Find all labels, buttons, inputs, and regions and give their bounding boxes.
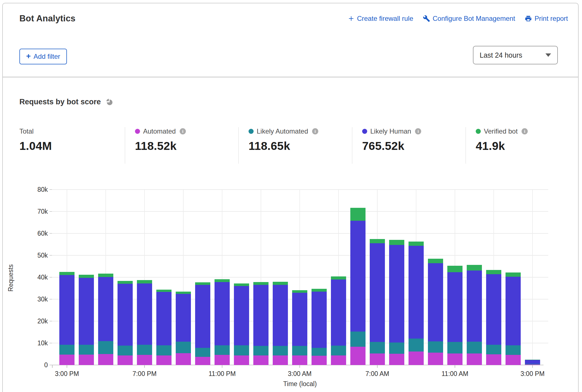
bar-segment-likely-automated [409,339,424,352]
bar-400pm[interactable] [79,275,94,365]
bar-segment-automated [195,357,210,365]
bar-segment-likely-automated [79,345,94,354]
configure-bot-management-label: Configure Bot Management [433,15,515,22]
bar-400am[interactable] [312,289,327,365]
bar-200am[interactable] [273,282,288,365]
bar-900pm[interactable] [176,292,191,365]
bar-segment-automated [292,355,307,365]
y-axis-tick [49,233,52,234]
bar-segment-likely-automated [195,348,210,357]
bar-segment-verified-bot [486,270,501,274]
y-axis-tick [49,255,52,256]
bar-200pm[interactable] [506,272,521,365]
bar-segment-verified-bot [137,280,152,283]
bar-300pm[interactable] [525,360,540,365]
stat-likely-automated-value: 118.65k [249,139,318,153]
bar-700am[interactable] [370,239,385,365]
bar-segment-automated [447,353,463,365]
info-icon[interactable]: i [415,128,421,134]
bar-segment-verified-bot [312,289,327,291]
bar-segment-likely-human [525,360,540,364]
x-axis-label: 7:00 AM [355,370,400,378]
h-gridline [52,255,548,256]
bar-segment-likely-human [79,278,94,345]
y-axis-label: 30k [25,296,48,303]
bar-500am[interactable] [331,276,346,365]
bar-segment-automated [273,355,288,365]
bar-700pm[interactable] [137,280,152,365]
bar-segment-automated [79,355,94,365]
bar-segment-verified-bot [447,266,463,272]
bar-segment-verified-bot [156,290,172,292]
bar-segment-verified-bot [370,239,385,244]
print-report-link[interactable]: Print report [525,15,568,22]
bar-segment-automated [59,355,75,365]
stat-divider [352,127,352,164]
bar-segment-likely-human [137,283,152,345]
bar-800am[interactable] [389,240,404,365]
bar-1100pm[interactable] [215,279,230,365]
bar-segment-likely-automated [215,345,230,355]
create-firewall-rule-link[interactable]: Create firewall rule [348,15,413,22]
time-range-value: Last 24 hours [480,51,522,59]
likely-automated-dot-icon [249,129,254,134]
add-filter-button[interactable]: + Add filter [19,49,67,64]
x-axis-title: Time (local) [258,380,342,388]
x-axis-label: 3:00 PM [510,370,555,378]
bar-600pm[interactable] [118,281,133,365]
y-axis-tick [49,321,52,321]
bar-600am[interactable] [350,208,366,365]
bar-300am[interactable] [292,290,307,365]
bar-segment-likely-automated [253,346,269,355]
bar-segment-likely-human [59,275,75,345]
bar-100pm[interactable] [486,270,501,365]
bar-segment-likely-automated [273,346,288,355]
bar-segment-likely-human [467,271,482,342]
verified-bot-dot-icon [476,129,481,134]
automated-dot-icon [135,129,140,134]
bar-1100am[interactable] [447,266,463,365]
bar-segment-automated [118,355,133,365]
stat-verified-bot-label: Verified bot [484,127,518,135]
bar-800pm[interactable] [156,290,172,365]
bar-900am[interactable] [409,242,424,365]
time-range-dropdown[interactable]: Last 24 hours [473,46,558,64]
bar-segment-automated [350,347,366,365]
bar-segment-likely-human [215,282,230,345]
bar-segment-likely-human [234,286,249,345]
bar-segment-likely-automated [118,346,133,355]
bar-1200pm[interactable] [467,265,482,365]
configure-bot-management-link[interactable]: Configure Bot Management [423,15,515,22]
y-axis-label: 80k [25,186,48,193]
bar-segment-likely-automated [467,342,482,354]
y-axis-label: 10k [25,339,48,347]
bar-300pm[interactable] [59,272,75,365]
x-axis-origin-tick [52,365,53,368]
bar-segment-automated [234,355,249,365]
bar-segment-likely-human [253,285,269,346]
x-axis-label: 11:00 PM [200,370,245,378]
bar-segment-verified-bot [79,275,94,278]
bar-1000am[interactable] [428,259,443,365]
x-axis-label: 3:00 PM [44,370,89,378]
bar-segment-likely-human [428,263,443,341]
bar-segment-likely-human [370,243,385,342]
bar-segment-automated [312,356,327,365]
bar-segment-likely-human [486,274,501,345]
bar-segment-likely-automated [98,341,113,354]
h-gridline [52,189,548,190]
bar-500pm[interactable] [98,274,113,365]
info-icon[interactable]: i [180,128,186,134]
bar-segment-automated [137,355,152,365]
bar-segment-likely-automated [331,346,346,356]
bar-1200am[interactable] [234,283,249,365]
bar-1000pm[interactable] [195,282,210,365]
info-icon[interactable]: i [312,128,318,134]
bar-100am[interactable] [253,282,269,365]
stat-likely-automated: Likely Automated i 118.65k [249,127,318,153]
info-icon[interactable]: i [522,128,528,134]
bar-segment-automated [506,355,521,365]
create-firewall-rule-label: Create firewall rule [357,15,413,22]
bar-segment-automated [525,364,540,365]
stat-likely-human: Likely Human i 765.52k [362,127,421,153]
